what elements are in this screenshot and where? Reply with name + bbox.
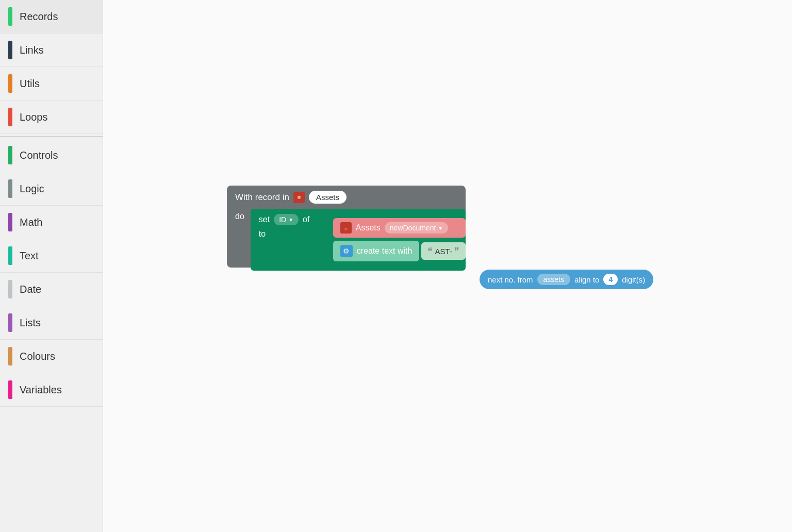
open-quote: ❝ [427,245,433,257]
digit-suffix: digit(s) [622,275,645,284]
block-header: With record in ≡ Assets [227,186,466,209]
assets-icon: ≡ [340,222,352,234]
math-color-bar [8,213,12,231]
sidebar-item-links[interactable]: Links [0,34,103,67]
sidebar-item-utils[interactable]: Utils [0,67,103,101]
blocks-container: With record in ≡ Assets do set ID ▼ [227,186,653,289]
colours-color-bar [8,347,12,365]
date-label: Date [20,284,41,295]
next-no-container: next no. from assets align to 4 digit(s) [480,270,653,289]
links-label: Links [20,44,44,56]
new-doc-label: newDocument [390,224,436,232]
math-label: Math [20,217,42,228]
inner-content: set ID ▼ of to [251,209,466,261]
controls-label: Controls [20,149,58,161]
assets-label2: Assets [356,223,381,232]
next-no-block[interactable]: next no. from assets align to 4 digit(s) [480,270,653,289]
utils-label: Utils [20,78,40,90]
lists-label: Lists [20,317,41,329]
new-doc-arrow: ▼ [438,225,443,231]
utils-color-bar [8,74,12,93]
links-color-bar [8,41,12,59]
ast-string-block[interactable]: ❝ AST- ❞ [421,242,465,260]
lists-color-bar [8,313,12,332]
logic-color-bar [8,179,12,198]
sidebar-item-controls[interactable]: Controls [0,139,103,172]
create-text-label: create text with [357,246,412,256]
next-no-label: next no. from [488,275,533,284]
sidebar-item-variables[interactable]: Variables [0,373,103,407]
sidebar: RecordsLinksUtilsLoopsControlsLogicMathT… [0,0,103,532]
sidebar-item-lists[interactable]: Lists [0,306,103,340]
right-blocks: ≡ Assets newDocument ▼ ⚙ create text [333,218,466,261]
sidebar-item-math[interactable]: Math [0,206,103,239]
create-text-row: ⚙ create text with ❝ AST- ❞ [333,241,466,261]
to-label: to [259,229,266,239]
id-label: ID [279,215,286,224]
create-text-block[interactable]: ⚙ create text with [333,241,420,261]
table-icon: ≡ [293,192,305,203]
loops-color-bar [8,108,12,126]
text-label: Text [20,250,39,262]
close-quote: ❞ [454,245,459,257]
do-label: do [235,209,244,224]
date-color-bar [8,280,12,298]
controls-color-bar [8,146,12,164]
assets-doc-block[interactable]: ≡ Assets newDocument ▼ [333,218,466,238]
sidebar-item-colours[interactable]: Colours [0,340,103,373]
gear-icon: ⚙ [340,245,353,257]
records-label: Records [20,11,58,23]
logic-label: Logic [20,183,44,195]
colours-label: Colours [20,351,55,362]
new-doc-pill[interactable]: newDocument ▼ [385,222,448,234]
digit-count[interactable]: 4 [603,274,618,285]
id-pill[interactable]: ID ▼ [274,214,299,225]
loops-label: Loops [20,111,48,123]
records-color-bar [8,7,12,26]
text-color-bar [8,246,12,265]
ast-text: AST- [435,247,452,256]
canvas: With record in ≡ Assets do set ID ▼ [103,0,792,532]
sidebar-divider [0,136,103,137]
align-label: align to [574,275,599,284]
id-arrow: ▼ [288,217,293,223]
sidebar-item-loops[interactable]: Loops [0,101,103,134]
assets-from-pill[interactable]: assets [537,274,570,285]
sidebar-item-logic[interactable]: Logic [0,172,103,206]
with-record-block[interactable]: With record in ≡ Assets do set ID ▼ [227,186,466,268]
table-name[interactable]: Assets [309,191,346,204]
of-label: of [303,215,309,224]
variables-label: Variables [20,384,62,396]
sidebar-item-date[interactable]: Date [0,273,103,306]
block-body: do set ID ▼ of to [227,209,466,268]
sidebar-item-records[interactable]: Records [0,0,103,34]
sidebar-item-text[interactable]: Text [0,239,103,273]
with-record-prefix: With record in [235,192,289,203]
set-label: set [259,215,270,224]
variables-color-bar [8,380,12,399]
